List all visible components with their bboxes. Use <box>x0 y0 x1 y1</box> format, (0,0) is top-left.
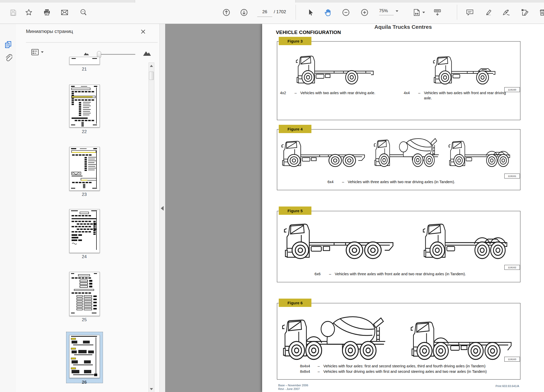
figure-caption: 6x4 – Vehicles with three axles with two… <box>327 179 455 184</box>
zoom-out-icon <box>342 9 350 16</box>
caption-text: Vehicles with three axles with front axl… <box>335 271 466 277</box>
search-button[interactable] <box>78 6 89 19</box>
zoom-in-icon <box>361 9 368 16</box>
select-tool-button[interactable] <box>304 6 316 19</box>
figure-label: Figure 3 <box>279 37 311 45</box>
caption-text: Vehicles with two axles with rear drivin… <box>300 90 375 95</box>
figure-caption: 6x6 – Vehicles with three axles with fro… <box>315 271 466 277</box>
truck-drawing-6x4-mixer <box>373 133 445 167</box>
caption-code: 8x8x4 <box>300 369 313 374</box>
caption-text: Vehicles with four axles: first and seco… <box>323 363 485 369</box>
caption-text: Vehicles with three axles with two rear … <box>348 179 455 184</box>
chevron-down-icon <box>396 10 398 12</box>
zoom-in-button[interactable] <box>359 6 371 19</box>
thumbnail-number: 25 <box>69 317 99 322</box>
figure-label: Figure 6 <box>279 299 311 307</box>
thumbnail-page-24[interactable] <box>69 209 100 253</box>
truck-drawing-6x4-tractor <box>448 134 518 167</box>
page-footer-right: Print 603.93.641/A <box>496 384 519 388</box>
hand-tool-button[interactable] <box>322 6 334 19</box>
fill-sign-button[interactable] <box>519 6 531 19</box>
thumbnail-number: 26 <box>69 380 99 385</box>
fill-sign-icon <box>521 9 529 16</box>
scrollbar-thumb[interactable] <box>149 72 154 80</box>
pdf-page: Aquila Trucks Centres VEHICLE CONFIGURAT… <box>262 24 544 392</box>
truck-drawing-6x6-tractor <box>422 215 518 259</box>
thumbnail-preview <box>69 147 99 190</box>
star-button[interactable] <box>23 6 35 19</box>
previous-page-button[interactable] <box>220 6 232 19</box>
caption-code: 4x4 <box>404 90 414 101</box>
zoom-level-control[interactable]: 75% <box>379 8 401 15</box>
small-mountain-icon <box>83 51 90 56</box>
figure-caption: 4x2 – Vehicles with two axles with rear … <box>280 90 375 95</box>
save-button[interactable] <box>7 6 19 19</box>
toolbar-dock-button[interactable] <box>431 6 443 19</box>
thumbnail-page-22[interactable] <box>69 85 100 127</box>
panel-title: Миниатюры страниц <box>26 29 73 34</box>
toolbar-dock-icon <box>434 9 441 16</box>
thumbnail-preview <box>69 85 99 127</box>
fit-width-button[interactable] <box>411 6 427 19</box>
large-mountain-icon <box>143 50 152 56</box>
star-icon <box>25 9 32 16</box>
fit-width-icon <box>413 9 420 16</box>
search-icon <box>80 9 87 16</box>
save-icon <box>10 9 17 16</box>
page-thumbnails-panel-button[interactable] <box>3 40 13 50</box>
page-number-input[interactable] <box>257 7 272 17</box>
thumbnail-number: 23 <box>69 192 99 197</box>
scroll-down-arrow[interactable] <box>150 388 153 390</box>
page-title: VEHICLE CONFIGURATION <box>276 30 341 35</box>
main-toolbar: / 1702 75% <box>0 3 544 24</box>
figure-label: Figure 5 <box>279 207 311 215</box>
caption-code: 8x4x4 <box>300 363 313 369</box>
attachments-panel-button[interactable] <box>3 53 13 63</box>
document-tab[interactable] <box>135 0 296 3</box>
sign-button[interactable] <box>501 6 513 19</box>
thumbnail-preview <box>69 335 99 377</box>
highlight-button[interactable] <box>483 6 495 19</box>
thumbnail-page-21[interactable] <box>69 57 100 65</box>
trash-icon <box>538 9 544 16</box>
email-button[interactable] <box>59 6 71 19</box>
collapse-panel-arrow-icon[interactable] <box>161 206 164 211</box>
thumbnail-preview <box>69 57 99 64</box>
page-up-icon <box>222 9 230 16</box>
zoom-out-button[interactable] <box>340 6 352 19</box>
thumbnail-page-26[interactable] <box>69 335 100 378</box>
print-button[interactable] <box>41 6 53 19</box>
workspace: Миниатюры страниц <box>0 24 544 392</box>
panel-collapse-strip <box>160 24 165 392</box>
thumbnail-number: 21 <box>69 67 99 72</box>
thumbnail-page-23[interactable] <box>69 147 100 191</box>
page-footer-left: Base – November 2006 Revi - June 2007 <box>278 383 308 391</box>
thumbnail-number: 22 <box>69 129 99 134</box>
thumbnails-scrollbar[interactable] <box>149 63 154 392</box>
document-header: Aquila Trucks Centres <box>262 24 544 30</box>
thumbnail-page-25[interactable] <box>69 272 100 316</box>
toolbar-separator <box>296 5 296 20</box>
truck-drawing-4x4 <box>433 49 502 85</box>
truck-drawing-8x4-chassis <box>410 312 518 360</box>
hand-tool-icon <box>324 9 332 16</box>
navigation-rail <box>0 24 16 392</box>
thumbnail-options-button[interactable] <box>31 49 44 56</box>
trash-button[interactable] <box>536 6 544 19</box>
thumbnail-preview <box>69 209 99 252</box>
caption-separator: – <box>318 369 320 374</box>
shrink-thumbnails-button[interactable] <box>83 51 90 56</box>
next-page-button[interactable] <box>238 6 250 19</box>
caption-text: Vehicles with two axles with front and r… <box>424 90 514 101</box>
thumbnail-size-slider[interactable] <box>97 54 135 55</box>
page-total-label: / 1702 <box>274 9 286 15</box>
toolbar-separator <box>457 5 457 20</box>
caption-text: Vehicles with four driving axles with fi… <box>323 369 487 374</box>
enlarge-thumbnails-button[interactable] <box>143 50 152 56</box>
scroll-up-arrow[interactable] <box>150 65 153 67</box>
comment-button[interactable] <box>464 6 476 19</box>
caption-separator: – <box>342 179 344 184</box>
figure-image-id: 119163 <box>504 357 520 362</box>
caption-separator: – <box>295 90 297 95</box>
panel-close-button[interactable] <box>141 29 146 34</box>
